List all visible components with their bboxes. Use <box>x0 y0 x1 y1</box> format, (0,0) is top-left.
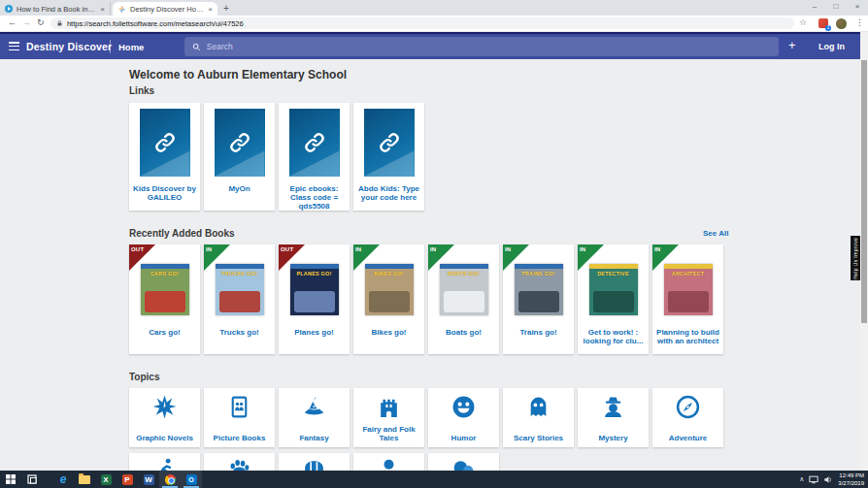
login-button[interactable]: Log In <box>818 42 845 51</box>
search-input[interactable] <box>207 42 771 51</box>
recent-books-heading: Recently Added Books <box>129 228 235 239</box>
link-tile <box>364 109 415 177</box>
wizard-hat-icon <box>302 395 326 419</box>
book-card[interactable]: OUT CARS GO! Cars go! <box>129 244 200 354</box>
ghost-icon <box>526 395 551 419</box>
add-icon[interactable]: + <box>788 38 796 52</box>
book-card[interactable]: IN DETECTIVE Get to work! : looking for … <box>578 244 649 354</box>
brand-title[interactable]: Destiny Discover <box>26 41 112 52</box>
castle-icon <box>377 395 401 419</box>
task-view-icon <box>27 474 37 484</box>
browser-menu-icon[interactable]: ⋮ <box>855 17 864 27</box>
link-card-abdo-kids[interactable]: Abdo Kids: Type your code here <box>353 103 424 211</box>
taskbar-clock[interactable]: 12:49 PM 3/27/2019 <box>838 472 864 487</box>
word-taskbar-icon[interactable]: W <box>138 471 159 488</box>
pow-burst-icon <box>152 395 177 419</box>
book-title: Get to work! : looking for clu... <box>578 328 649 345</box>
book-cover: PLANES GO! <box>290 264 339 315</box>
book-cover: BOATS GO! <box>440 264 488 315</box>
browser-tab-library-video[interactable]: How to Find a Book in the Librar × <box>0 2 111 16</box>
task-view-button[interactable] <box>21 471 43 488</box>
help-us-improve-tab[interactable]: Help Us Improve <box>851 236 860 280</box>
book-title: Cars go! <box>129 328 200 337</box>
browser-toolbar: ← → ↻ ☆ 1 ⋮ <box>0 16 868 32</box>
compass-icon <box>676 395 700 419</box>
book-card[interactable]: IN TRAINS GO! Trains go! <box>503 244 574 354</box>
maximize-button[interactable]: □ <box>825 0 847 13</box>
lock-icon <box>56 19 63 27</box>
url-bar[interactable] <box>50 17 794 29</box>
header-divider <box>110 40 111 53</box>
book-title: Trains go! <box>503 328 574 337</box>
windows-taskbar: e X P W O ∧ <box>0 471 868 488</box>
tab-title: Destiny Discover Home <box>130 5 204 14</box>
window-controls: – □ × <box>804 0 868 13</box>
topic-card-adventure[interactable]: Adventure <box>652 388 723 447</box>
minimize-button[interactable]: – <box>804 0 825 13</box>
book-cover: CARS GO! <box>141 264 189 315</box>
new-tab-button[interactable]: + <box>223 3 229 14</box>
link-label: Kids Discover by GALILEO <box>129 184 200 202</box>
links-heading: Links <box>129 85 154 96</box>
excel-taskbar-icon[interactable]: X <box>95 471 117 488</box>
scrollbar-thumb[interactable] <box>861 60 867 323</box>
book-card[interactable]: IN TRUCKS GO! Trucks go! <box>204 244 275 354</box>
topic-card-graphic-novels[interactable]: Graphic Novels <box>129 388 200 447</box>
page-scrollbar[interactable] <box>860 32 868 471</box>
book-card[interactable]: IN BIKES GO! Bikes go! <box>353 244 424 354</box>
edge-taskbar-icon[interactable]: e <box>52 471 74 488</box>
link-label: Epic ebooks: Class code = qds5508 <box>279 184 350 211</box>
tray-chevron-icon[interactable]: ∧ <box>799 475 804 483</box>
topics-heading: Topics <box>129 372 159 382</box>
close-button[interactable]: × <box>847 0 868 13</box>
topic-card-scary-stories[interactable]: Scary Stories <box>503 388 574 447</box>
chrome-taskbar-icon[interactable] <box>159 471 181 488</box>
link-card-kids-discover[interactable]: Kids Discover by GALILEO <box>129 103 200 211</box>
books-row: OUT CARS GO! Cars go! IN TRUCKS GO! Truc… <box>129 244 723 354</box>
topic-card-fantasy[interactable]: Fantasy <box>279 388 350 447</box>
link-label: MyOn <box>204 184 275 193</box>
back-button[interactable]: ← <box>8 17 17 27</box>
link-card-myon[interactable]: MyOn <box>204 103 275 211</box>
topics-row: Graphic Novels Picture Books Fantasy <box>129 388 723 447</box>
picture-book-icon <box>227 395 251 419</box>
start-button[interactable] <box>0 471 21 488</box>
file-explorer-taskbar-icon[interactable] <box>74 471 95 488</box>
link-card-epic-ebooks[interactable]: Epic ebooks: Class code = qds5508 <box>279 103 350 211</box>
profile-avatar[interactable] <box>836 18 847 29</box>
book-cover: TRAINS GO! <box>515 264 563 315</box>
book-card[interactable]: IN ARCHITECT Planning to build with an a… <box>652 244 723 354</box>
forward-button[interactable]: → <box>22 17 31 27</box>
topic-card-picture-books[interactable]: Picture Books <box>204 388 275 447</box>
extension-icon[interactable]: 1 <box>818 18 828 28</box>
system-tray: ∧ 12:49 PM 3/27/2019 <box>799 472 868 487</box>
refresh-button[interactable]: ↻ <box>37 17 45 27</box>
network-display-icon[interactable] <box>809 475 818 484</box>
nav-home[interactable]: Home <box>118 42 144 52</box>
screen: How to Find a Book in the Librar × Desti… <box>0 0 868 488</box>
outlook-taskbar-icon[interactable]: O <box>181 471 202 488</box>
bookmark-star-icon[interactable]: ☆ <box>799 17 807 27</box>
book-card[interactable]: IN BOATS GO! Boats go! <box>428 244 499 354</box>
speaker-icon[interactable] <box>823 475 833 484</box>
book-cover: DETECTIVE <box>589 264 638 315</box>
topic-card-mystery[interactable]: Mystery <box>578 388 649 447</box>
link-tile <box>140 109 190 177</box>
topic-card-fairy-folk-tales[interactable]: Fairy and Folk Tales <box>353 388 424 447</box>
site-header: Destiny Discover Home + Log In <box>0 34 868 59</box>
url-input[interactable] <box>67 19 788 28</box>
windows-logo-icon <box>6 474 16 484</box>
search-box[interactable] <box>184 37 779 56</box>
topic-card-humor[interactable]: Humor <box>428 388 499 447</box>
book-card[interactable]: OUT PLANES GO! Planes go! <box>279 244 350 354</box>
book-title: Planning to build with an architect <box>652 328 723 345</box>
book-cover: TRUCKS GO! <box>216 264 264 315</box>
hamburger-menu-icon[interactable] <box>9 42 19 52</box>
browser-tab-destiny-discover[interactable]: Destiny Discover Home × <box>113 2 217 16</box>
tab-close-icon[interactable]: × <box>100 5 105 14</box>
see-all-link[interactable]: See All <box>703 229 728 238</box>
powerpoint-taskbar-icon[interactable]: P <box>117 471 138 488</box>
book-title: Bikes go! <box>353 328 424 337</box>
tab-close-icon[interactable]: × <box>208 5 213 14</box>
links-row: Kids Discover by GALILEO MyOn <box>129 103 424 211</box>
